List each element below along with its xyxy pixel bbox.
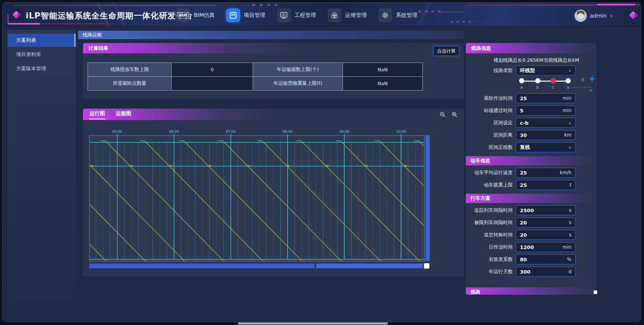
remove-station-button[interactable]: - (589, 86, 593, 95)
field-value: 30 (520, 132, 527, 138)
chart-tab-0[interactable]: 运行图 (89, 109, 106, 119)
form-row-section-main-lines: 区间正线数复线∨ (467, 142, 596, 152)
field-label: 区间距离 (467, 132, 516, 139)
nav-item-system[interactable]: 系统管理 (378, 8, 417, 22)
time-tick-label: 09:00 (339, 130, 349, 134)
chart-tab-1[interactable]: 运能图 (116, 109, 132, 119)
form-row-train-avg-speed: 动车平均运行速度25km/h (467, 168, 596, 178)
deco-underline-bright (8, 23, 40, 25)
app-logo-right (630, 12, 640, 19)
station-dot-a[interactable] (566, 78, 571, 83)
chart-panel: 运行图运能图 05:0006:0007:0008:0009:0010:00 (83, 109, 464, 277)
page-horizontal-scrollbar[interactable] (238, 322, 388, 325)
sidebar-item-1[interactable]: 项目资料库 (8, 48, 76, 61)
daily-work-time-field[interactable]: 1200min (516, 242, 576, 252)
deco-line-top-left (14, 5, 217, 6)
bim-badge: BIM (178, 12, 189, 18)
limit-interval-field[interactable]: 20s (516, 218, 576, 228)
nav-label: BIM仿真 (194, 12, 215, 19)
results-table: 线路投放车数上限0年运输箱数上限(个)NaN所需装卸点数量年运输货物重量上限(t… (88, 63, 424, 91)
field-unit: % (567, 257, 571, 262)
results-panel-header: 计算结果 (83, 43, 464, 53)
time-tick-label: 06:00 (169, 130, 179, 134)
field-label: 区间正线数 (467, 144, 516, 151)
line-type-select[interactable]: 环线型∨ (516, 66, 576, 76)
field-value: 5 (520, 108, 523, 114)
load-unload-time-field[interactable]: 25min (516, 93, 576, 103)
section-setting-select[interactable]: c-b∨ (516, 118, 576, 128)
form-row-efficiency-factor: 有效度系数80% (467, 254, 596, 264)
operations-icon (328, 8, 341, 22)
nav-item-project[interactable]: 项目管理 (226, 8, 265, 22)
deco-line-top-right (467, 5, 640, 5)
chart-panel-header: 运行图运能图 (83, 109, 464, 120)
panel-resize-handle[interactable] (594, 290, 597, 294)
chart-horizontal-scrollbar-right[interactable] (316, 264, 423, 268)
field-label: 站场通过时间 (467, 107, 516, 114)
deco-arrows-left-dots: < < < < · · · · · · · (450, 20, 500, 24)
switch-time-field[interactable]: 20s (516, 230, 576, 240)
user-name: admin (590, 13, 607, 19)
chart-vertical-scrollbar[interactable] (425, 135, 430, 261)
user-avatar (574, 10, 587, 22)
field-label: 线路类型 (467, 68, 516, 74)
section-header-driving-plan: 行车方案 (466, 194, 596, 203)
deco-bright-top-right (597, 4, 636, 5)
add-station-button[interactable]: + (589, 74, 596, 83)
nav-item-bim[interactable]: BIMBIM仿真 (176, 8, 215, 22)
calculate-button[interactable]: 点击计算 (433, 46, 459, 56)
chevron-down-icon: ∨ (568, 145, 571, 150)
station-dot-a[interactable] (519, 78, 524, 83)
form-row-load-unload-time: 装卸作业时间25min (467, 93, 596, 103)
station-pass-time-field[interactable]: 5min (516, 106, 576, 115)
field-unit: s (569, 232, 571, 238)
field-label: 日作业时间 (467, 244, 516, 251)
sidebar-item-0[interactable]: 方案列表 (8, 34, 76, 47)
result-value-cell (171, 76, 253, 91)
deco-line-right-small (438, 12, 465, 12)
station-track (521, 81, 568, 82)
result-label-cell: 所需装卸点数量 (88, 76, 172, 91)
chart-horizontal-scrollbar-left[interactable] (89, 264, 315, 268)
time-tick-label: 08:00 (283, 130, 293, 134)
zoom-out-icon[interactable] (439, 111, 446, 118)
efficiency-factor-field[interactable]: 80% (516, 254, 576, 264)
zoom-in-icon[interactable] (451, 111, 458, 118)
form-row-section-distance: 区间距离30km (467, 130, 596, 140)
chart-horizontal-scrollbar-thumb[interactable] (424, 263, 429, 269)
train-avg-speed-field[interactable]: 25km/h (516, 168, 576, 178)
field-unit: km/h (560, 170, 571, 175)
page-tab-line-capacity[interactable]: 线路运能 (78, 31, 464, 39)
field-value: 环线型 (520, 67, 535, 74)
user-menu[interactable]: admin ∨ (574, 10, 613, 22)
deco-arrows-right: > > > > (251, 3, 279, 8)
field-label: 装卸作业时间 (467, 95, 516, 102)
nav-label: 运维管理 (345, 12, 367, 19)
field-label: 区间设定 (467, 120, 516, 126)
sidebar-item-2[interactable]: 方案版本管理 (8, 62, 76, 75)
form-row-annual-days: 年运行天数300d (467, 267, 596, 277)
sidebar: 方案列表项目资料库方案版本管理 (8, 30, 76, 302)
nav-item-engineering[interactable]: 工程管理 (277, 8, 316, 22)
tracking-interval-field[interactable]: 2500s (516, 205, 576, 215)
station-dot-c[interactable] (551, 78, 556, 83)
section-main-lines-select[interactable]: 复线∨ (516, 142, 576, 152)
line-info-header: 线路信息 (466, 43, 596, 53)
station-sequence-widget: abcac+- (466, 76, 596, 91)
system-icon (378, 8, 392, 22)
time-tick-label: 07:00 (226, 130, 236, 134)
train-load-limit-field[interactable]: 25t (516, 180, 576, 190)
nav-item-operations[interactable]: 运维管理 (328, 8, 367, 22)
chevron-down-icon: ∨ (568, 120, 571, 125)
station-label: b (534, 85, 541, 90)
form-row-station-pass-time: 站场通过时间5min (467, 106, 596, 115)
chevron-down-icon: ∨ (610, 13, 613, 18)
annual-days-field[interactable]: 300d (516, 267, 576, 277)
field-value: 25 (520, 170, 527, 176)
engineering-icon (277, 8, 291, 22)
field-value: 25 (520, 96, 527, 101)
form-row-tracking-interval: 追踪列车间隔时间2500s (467, 205, 596, 215)
field-label: 追踪列车间隔时间 (467, 207, 516, 214)
section-distance-field[interactable]: 30km (516, 130, 576, 140)
station-dot-b[interactable] (535, 78, 540, 83)
